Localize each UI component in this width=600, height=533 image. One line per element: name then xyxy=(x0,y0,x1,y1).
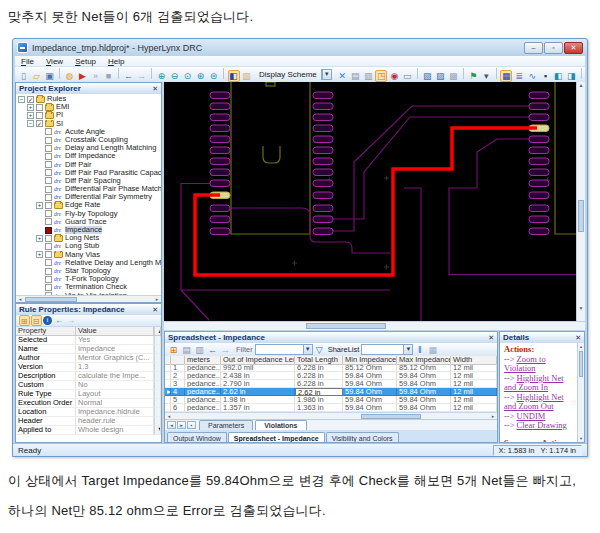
pad[interactable] xyxy=(210,136,230,143)
tree-item-diff-impedance[interactable]: dreDiff Impedance xyxy=(16,152,161,160)
rule-checkbox[interactable] xyxy=(45,259,52,266)
cell-min-impedance[interactable]: 59.84 Ohm xyxy=(343,372,397,380)
grid-scrollbar[interactable] xyxy=(154,399,161,408)
close-icon[interactable]: ✕ xyxy=(488,334,494,342)
cell-max-impedance[interactable]: 59.84 Ohm xyxy=(397,396,451,404)
pad[interactable] xyxy=(210,114,230,121)
grid-scrollbar[interactable] xyxy=(154,345,161,354)
rule-checkbox[interactable] xyxy=(45,161,52,168)
forward-icon[interactable]: → xyxy=(220,344,232,356)
rule-checkbox[interactable] xyxy=(45,210,52,217)
zoom-out-icon[interactable]: ⊖ xyxy=(169,70,181,82)
cell-min-impedance[interactable]: 85.12 Ohm xyxy=(343,364,397,372)
back-icon[interactable]: ← xyxy=(207,344,219,356)
rule-checkbox[interactable] xyxy=(45,218,52,225)
pcb-3d-icon[interactable]: ◨ xyxy=(565,70,577,82)
pad[interactable] xyxy=(313,147,333,154)
cell-out-of-impedance-length[interactable]: 2.62 in xyxy=(221,388,295,396)
maximize-button[interactable]: ▫ xyxy=(544,42,563,54)
pad[interactable] xyxy=(210,147,230,154)
tree-item-many-vias[interactable]: +Many Vias xyxy=(16,251,161,259)
dim-icon[interactable]: ◉ xyxy=(388,70,400,82)
scrollbar-thumb[interactable] xyxy=(361,414,421,419)
tree-item-relative-delay-and-length-mat[interactable]: dreRelative Delay and Length Mat xyxy=(16,259,161,267)
rule-checkbox[interactable] xyxy=(45,169,52,176)
cell-parameters[interactable]: pedance... xyxy=(185,364,221,372)
rule-checkbox[interactable] xyxy=(45,145,52,152)
pad[interactable] xyxy=(313,216,333,223)
menu-file[interactable]: File xyxy=(15,57,40,66)
cell-min-impedance[interactable]: 59.84 Ohm xyxy=(343,388,397,396)
find-icon[interactable]: ◍ xyxy=(64,70,76,82)
step-icon[interactable]: » xyxy=(90,70,102,82)
cell-total-length[interactable]: 1.363 in xyxy=(295,404,343,412)
tree-item-long-stub[interactable]: dreLong Stub xyxy=(16,242,161,250)
close-icon[interactable]: ✕ xyxy=(152,85,158,93)
cell-total-length[interactable]: 6.228 in xyxy=(295,364,343,372)
export-icon[interactable]: ⊞ xyxy=(168,344,180,356)
cell-parameters[interactable]: pedance... xyxy=(185,404,221,412)
copy-icon[interactable]: ▤ xyxy=(349,70,361,82)
pcb-view-icon[interactable]: ◧ xyxy=(552,70,564,82)
action-link-clear-drawing[interactable]: Clear Drawing xyxy=(517,420,567,430)
action-link-zoom-to-violation[interactable]: Zoom to Violation xyxy=(504,354,546,374)
open-folder-icon[interactable]: ▱ xyxy=(31,70,43,82)
grid-scrollbar[interactable] xyxy=(154,390,161,399)
canvas-horizontal-scrollbar[interactable] xyxy=(164,321,585,330)
pad[interactable] xyxy=(210,103,230,110)
menu-help[interactable]: Help xyxy=(102,57,130,66)
select-net-icon[interactable]: ▧ xyxy=(421,70,433,82)
tab-output-window[interactable]: Output Window xyxy=(167,432,227,443)
pad[interactable] xyxy=(313,205,333,212)
expander-icon[interactable]: + xyxy=(36,235,43,242)
grid-scrollbar[interactable] xyxy=(154,372,161,381)
rule-checkbox[interactable] xyxy=(45,128,52,135)
grid-scrollbar[interactable] xyxy=(154,354,161,363)
expander-icon[interactable]: − xyxy=(27,120,34,127)
tree-item-termination-check[interactable]: dreTermination Check xyxy=(16,283,161,291)
cell-max-impedance[interactable]: 59.84 Ohm xyxy=(397,404,451,412)
pad[interactable] xyxy=(529,216,549,223)
rule-checkbox[interactable] xyxy=(45,202,52,209)
grid-scrollbar[interactable] xyxy=(154,363,161,372)
cell-max-impedance[interactable]: 59.84 Ohm xyxy=(397,372,451,380)
pad[interactable] xyxy=(529,192,549,199)
pad[interactable] xyxy=(313,228,333,235)
select-part-icon[interactable]: ▨ xyxy=(434,70,446,82)
scroll-down-icon[interactable]: ▼ xyxy=(577,305,585,312)
scroll-left-icon[interactable]: ◂ xyxy=(16,296,24,302)
expander-icon[interactable]: + xyxy=(36,202,43,209)
tab-violations[interactable]: Violations xyxy=(255,420,306,430)
filter-funnel-icon[interactable]: ▽ xyxy=(313,344,325,356)
canvas-vertical-scrollbar[interactable]: ▲ ▼ xyxy=(576,82,585,321)
tree-item-differential-pair-symmetry[interactable]: dreDifferential Pair Symmetry xyxy=(16,193,161,201)
scheme-dark-icon[interactable]: ◧ xyxy=(228,70,240,82)
rule-checkbox[interactable] xyxy=(45,177,52,184)
zoom-window-icon[interactable]: ⊙ xyxy=(182,70,194,82)
rule-checkbox[interactable] xyxy=(45,268,52,275)
pcb-layout[interactable] xyxy=(164,82,578,321)
cell-parameters[interactable]: pedance... xyxy=(185,372,221,380)
cell-width[interactable]: 12 mil xyxy=(451,364,497,372)
details-vertical-scrollbar[interactable]: ▲ ▼ xyxy=(577,343,584,442)
pad[interactable] xyxy=(313,192,333,199)
cell-max-impedance[interactable]: 85.12 Ohm xyxy=(397,364,451,372)
scrollbar-thumb[interactable] xyxy=(306,323,386,329)
grid-scrollbar[interactable]: ▼ xyxy=(154,426,161,435)
cell-width[interactable]: 12 mil xyxy=(451,388,497,396)
pad[interactable] xyxy=(529,180,549,187)
print-icon[interactable]: ▤ xyxy=(181,344,193,356)
tree-item-diff-pair[interactable]: dreDiff Pair xyxy=(16,161,161,169)
expander-icon[interactable]: + xyxy=(27,112,34,119)
pad[interactable] xyxy=(210,92,230,99)
rule-checkbox[interactable] xyxy=(45,153,52,160)
pad[interactable] xyxy=(210,158,230,165)
display-scheme-combo[interactable]: ▼ xyxy=(321,69,332,80)
stackup-icon[interactable]: ≣ xyxy=(513,70,525,82)
stop-icon[interactable]: ■ xyxy=(103,70,115,82)
rule-checkbox[interactable] xyxy=(45,243,52,250)
tree-horizontal-scrollbar[interactable]: ◂ ▸ xyxy=(16,295,161,302)
cell-min-impedance[interactable]: 59.84 Ohm xyxy=(343,396,397,404)
rule-checkbox[interactable] xyxy=(45,227,52,234)
rule-checkbox[interactable] xyxy=(36,104,43,111)
